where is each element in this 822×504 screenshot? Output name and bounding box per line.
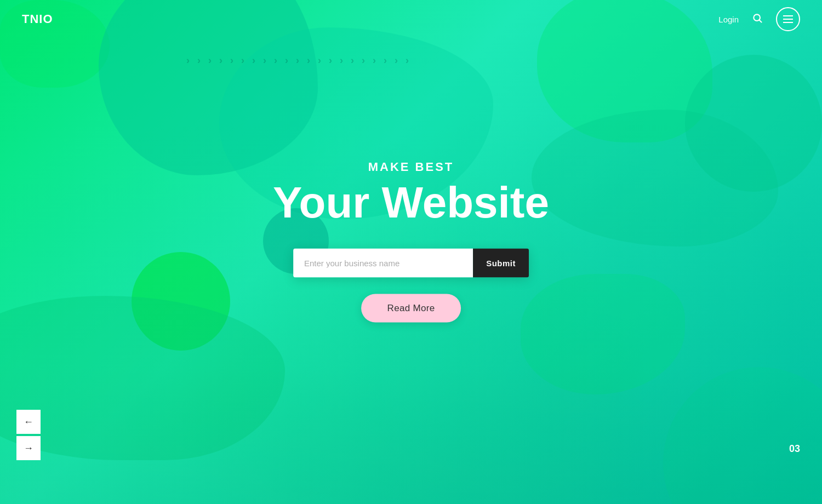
next-slide-button[interactable]: → [16,436,41,460]
hamburger-menu-button[interactable] [776,7,800,31]
navbar: TNIO Login [0,0,822,38]
slide-number: 03 [789,443,800,455]
nav-right: Login [718,7,800,31]
business-name-input[interactable] [293,249,473,278]
hamburger-line-3 [783,22,793,23]
desk-silhouette [0,367,822,504]
prev-slide-button[interactable]: ← [16,410,41,434]
hamburger-line-1 [783,15,793,16]
hero-title: Your Website [273,179,549,227]
slide-navigation: ← → [16,410,41,460]
hero-section: › › › › › › › › › › › › › › › › › › › › … [0,0,822,504]
submit-button[interactable]: Submit [473,249,529,278]
login-button[interactable]: Login [718,15,739,24]
svg-line-1 [760,20,762,22]
business-name-form: Submit [293,249,529,278]
hamburger-line-2 [783,19,793,20]
read-more-button[interactable]: Read More [361,294,461,323]
hero-content: MAKE BEST Your Website Submit Read More [273,160,549,323]
hero-subtitle: MAKE BEST [273,160,549,174]
search-icon[interactable] [752,13,763,26]
logo: TNIO [22,12,53,26]
